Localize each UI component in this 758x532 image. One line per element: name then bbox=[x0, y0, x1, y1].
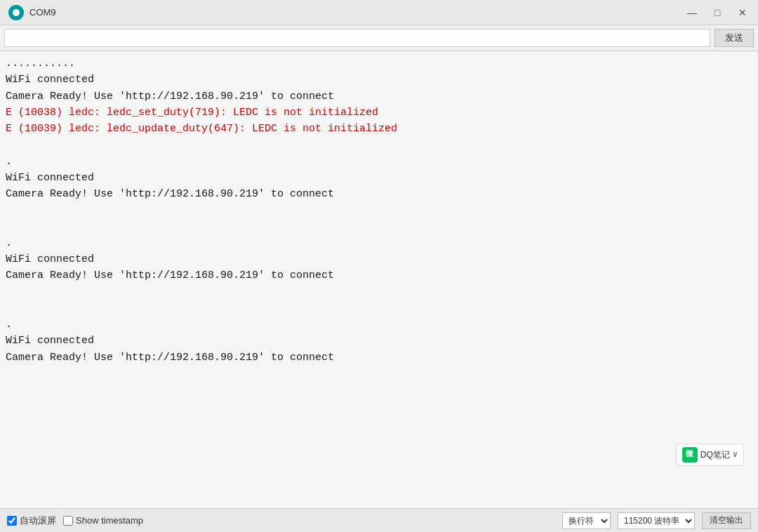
bottom-toolbar: 自动滚屏 Show timestamp 换行符无行尾回车CR+LF 9600 波… bbox=[0, 508, 758, 532]
arduino-logo-inner bbox=[13, 9, 20, 16]
serial-line: Camera Ready! Use 'http://192.168.90.219… bbox=[6, 350, 752, 366]
autoscroll-text: 自动滚屏 bbox=[20, 514, 56, 527]
serial-line: . bbox=[6, 154, 752, 170]
serial-line bbox=[6, 284, 752, 300]
timestamp-text: Show timestamp bbox=[76, 515, 143, 526]
baud-select[interactable]: 9600 波特率19200 波特率38400 波特率57600 波特率11520… bbox=[618, 512, 695, 529]
title-bar: COM9 — □ ✕ bbox=[0, 0, 758, 25]
timestamp-checkbox[interactable] bbox=[63, 516, 73, 526]
serial-input[interactable] bbox=[4, 29, 710, 47]
watermark-label: DQ笔记 bbox=[700, 448, 730, 462]
serial-line: Camera Ready! Use 'http://192.168.90.219… bbox=[6, 267, 752, 284]
send-button[interactable]: 发送 bbox=[714, 29, 754, 47]
window-title: COM9 bbox=[29, 7, 685, 18]
serial-line: WiFi connected bbox=[6, 251, 752, 267]
maximize-button[interactable]: □ bbox=[710, 6, 724, 20]
serial-line: E (10038) ledc: ledc_set_duty(719): LEDC… bbox=[6, 105, 752, 121]
serial-output-area[interactable]: ...........WiFi connectedCamera Ready! U… bbox=[0, 51, 758, 508]
serial-line: ........... bbox=[6, 55, 752, 72]
serial-line: . bbox=[6, 317, 752, 333]
input-bar: 发送 bbox=[0, 25, 758, 51]
serial-line: Camera Ready! Use 'http://192.168.90.219… bbox=[6, 88, 752, 105]
watermark-arrow: ∨ bbox=[733, 448, 738, 462]
serial-line: WiFi connected bbox=[6, 72, 752, 88]
serial-line: WiFi connected bbox=[6, 333, 752, 349]
clear-button[interactable]: 清空输出 bbox=[702, 512, 751, 529]
serial-line bbox=[6, 202, 752, 218]
timestamp-label[interactable]: Show timestamp bbox=[63, 515, 143, 526]
minimize-button[interactable]: — bbox=[685, 6, 699, 20]
serial-line: Camera Ready! Use 'http://192.168.90.219… bbox=[6, 186, 752, 202]
serial-line bbox=[6, 137, 752, 153]
close-button[interactable]: ✕ bbox=[736, 6, 750, 20]
window-controls: — □ ✕ bbox=[685, 6, 750, 20]
serial-line: E (10039) ledc: ledc_update_duty(647): L… bbox=[6, 121, 752, 137]
watermark-icon: 微 bbox=[682, 447, 698, 463]
watermark: 微 DQ笔记 ∨ bbox=[676, 444, 744, 466]
serial-line: . bbox=[6, 235, 752, 251]
autoscroll-label[interactable]: 自动滚屏 bbox=[7, 514, 56, 527]
arduino-logo bbox=[8, 5, 24, 20]
autoscroll-checkbox[interactable] bbox=[7, 516, 17, 526]
serial-line: WiFi connected bbox=[6, 170, 752, 186]
newline-select[interactable]: 换行符无行尾回车CR+LF bbox=[562, 512, 611, 529]
serial-line bbox=[6, 219, 752, 235]
serial-line bbox=[6, 300, 752, 317]
